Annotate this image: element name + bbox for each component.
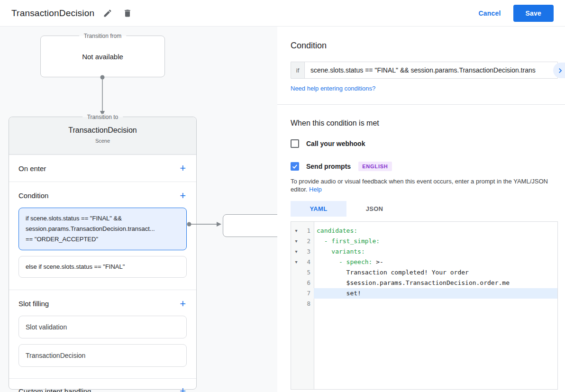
slot-filling-label: Slot filling [18,300,49,308]
down-arrow-connector [99,74,106,119]
code-line: 5 Transaction completed! Your order [291,267,557,278]
line-number: 6 [301,278,314,288]
add-condition-button[interactable]: + [179,191,187,201]
code-text: variants: [314,246,557,257]
add-custom-intent-button[interactable]: + [179,386,187,392]
checkmark-icon [292,163,298,170]
condition-card-line: if scene.slots.status == "FINAL" && [26,213,180,224]
if-prefix-label: if [291,62,305,78]
section-slot-filling: Slot filling + Slot validation Transacti… [9,290,196,378]
code-line: ▾4 - speech: >- [291,257,557,267]
chevron-right-icon [556,66,565,75]
condition-detail-panel: Condition if scene.slots.status == "FINA… [277,27,565,392]
fold-arrow-icon[interactable]: ▾ [291,257,301,267]
line-number: 8 [301,299,314,309]
transition-to-legend: Transition to [82,114,123,120]
code-line: 7 set! [291,288,557,299]
edit-icon[interactable] [101,7,114,20]
condition-expression-input[interactable]: if scene.slots.status == "FINAL" && sess… [291,62,558,79]
delete-icon[interactable] [121,7,134,20]
code-line: 6 $session.params.TransactionDecision.or… [291,278,557,288]
page-title: TransactionDecision [11,8,94,18]
condition-card-line: session.params.TransactionDecision.trans… [26,224,180,234]
code-line: ▾2 - first_simple: [291,236,557,246]
cancel-button[interactable]: Cancel [478,9,501,17]
code-line: ▾1candidates: [291,226,557,236]
add-slot-button[interactable]: + [179,299,187,309]
code-line: ▾3 variants: [291,246,557,257]
collapse-panel-button[interactable] [553,63,565,78]
condition-expression-value: scene.slots.status == "FINAL" && session… [305,62,557,78]
when-condition-heading: When this condition is met [291,119,558,128]
save-button[interactable]: Save [513,5,554,22]
code-text [314,299,557,309]
line-number: 7 [301,288,314,299]
fold-spacer [291,267,301,278]
fold-spacer [291,299,301,309]
slot-transaction-card[interactable]: TransactionDecision [18,344,187,367]
scene-card: Transition to TransactionDecision Scene … [9,117,197,390]
condition-card-line: == "ORDER_ACCEPTED" [26,234,180,245]
condition-card-selected[interactable]: if scene.slots.status == "FINAL" && sess… [18,208,187,250]
prompt-description: To provide audio or visual feedback when… [291,177,558,193]
transition-from-box: Transition from Not available [40,36,165,77]
line-number: 3 [301,246,314,257]
on-enter-label: On enter [18,164,46,173]
app-bar: TransactionDecision Cancel Save [0,0,565,27]
editor-tabs: YAML JSON [291,201,558,217]
transition-target-node[interactable] [223,214,277,237]
line-number: 1 [301,226,314,236]
code-text: set! [314,288,557,299]
code-text: - speech: >- [314,257,557,267]
fold-arrow-icon[interactable]: ▾ [291,236,301,246]
transition-from-legend: Transition from [79,33,127,39]
section-on-enter: On enter + [9,155,196,182]
prompt-help-link[interactable]: Help [309,186,322,193]
slot-validation-card[interactable]: Slot validation [18,316,187,338]
code-text: candidates: [314,226,557,236]
scene-header: TransactionDecision Scene [9,117,196,155]
code-text: Transaction completed! Your order [314,267,557,278]
condition-card-else[interactable]: else if scene.slots.status == "FINAL" [18,256,187,278]
condition-panel-heading: Condition [291,41,327,51]
custom-intent-label: Custom intent handling [18,387,91,392]
prompt-description-text: To provide audio or visual feedback when… [291,178,548,193]
webhook-checkbox[interactable] [291,139,299,148]
conditions-help-link[interactable]: Need help entering conditions? [291,85,375,92]
add-on-enter-button[interactable]: + [179,163,187,173]
transition-from-content: Not available [82,53,123,61]
code-text: $session.params.TransactionDecision.orde… [314,278,557,288]
fold-arrow-icon[interactable]: ▾ [291,246,301,257]
fold-spacer [291,278,301,288]
scene-subtitle: Scene [9,138,196,144]
send-prompts-checkbox[interactable] [291,162,299,171]
condition-card-line: else if scene.slots.status == "FINAL" [26,262,180,272]
tab-json[interactable]: JSON [346,201,402,217]
line-number: 4 [301,257,314,267]
section-custom-intent: Custom intent handling + [9,378,196,392]
scene-title: TransactionDecision [9,126,196,135]
yaml-code-editor[interactable]: ▾1candidates:▾2 - first_simple:▾3 varian… [291,221,558,390]
panel-divider [277,104,565,105]
fold-spacer [291,288,301,299]
line-number: 2 [301,236,314,246]
language-badge: ENGLISH [358,162,392,171]
fold-arrow-icon[interactable]: ▾ [291,226,301,236]
line-number: 5 [301,267,314,278]
section-condition: Condition + if scene.slots.status == "FI… [9,182,196,290]
code-text: - first_simple: [314,236,557,246]
code-line: 8 [291,299,557,309]
condition-label: Condition [18,191,48,200]
send-prompts-label: Send prompts [306,163,351,170]
flow-canvas: Transition from Not available Transition… [0,27,277,392]
webhook-label: Call your webhook [306,140,365,147]
right-arrow-connector [186,220,224,228]
tab-yaml[interactable]: YAML [291,201,346,217]
code-lines: ▾1candidates:▾2 - first_simple:▾3 varian… [291,226,557,309]
